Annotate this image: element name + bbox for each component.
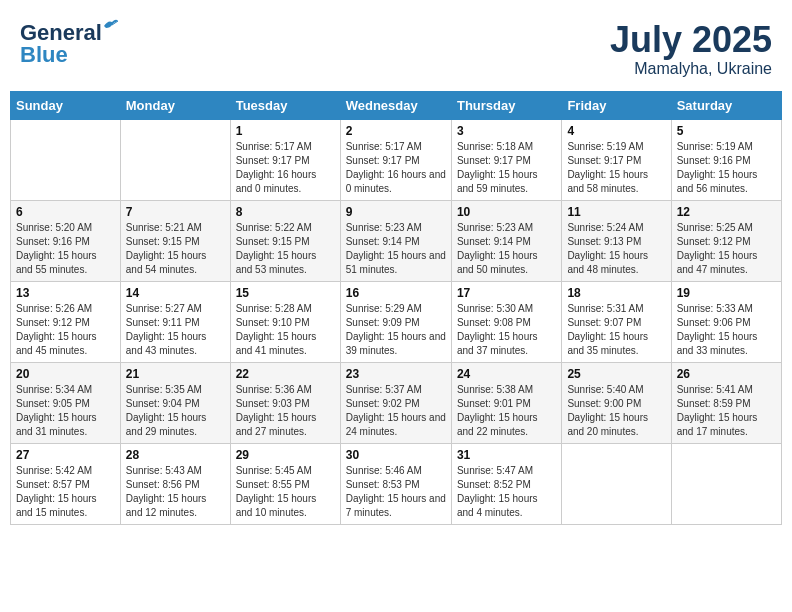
calendar-cell: 27Sunrise: 5:42 AM Sunset: 8:57 PM Dayli… [11, 443, 121, 524]
day-info: Sunrise: 5:38 AM Sunset: 9:01 PM Dayligh… [457, 383, 556, 439]
day-number: 7 [126, 205, 225, 219]
calendar-cell: 23Sunrise: 5:37 AM Sunset: 9:02 PM Dayli… [340, 362, 451, 443]
day-number: 31 [457, 448, 556, 462]
day-number: 17 [457, 286, 556, 300]
day-number: 3 [457, 124, 556, 138]
day-number: 18 [567, 286, 665, 300]
calendar-cell: 30Sunrise: 5:46 AM Sunset: 8:53 PM Dayli… [340, 443, 451, 524]
col-header-monday: Monday [120, 91, 230, 119]
day-info: Sunrise: 5:40 AM Sunset: 9:00 PM Dayligh… [567, 383, 665, 439]
day-number: 2 [346, 124, 446, 138]
col-header-tuesday: Tuesday [230, 91, 340, 119]
calendar-cell: 15Sunrise: 5:28 AM Sunset: 9:10 PM Dayli… [230, 281, 340, 362]
calendar-week-row: 6Sunrise: 5:20 AM Sunset: 9:16 PM Daylig… [11, 200, 782, 281]
calendar-cell: 21Sunrise: 5:35 AM Sunset: 9:04 PM Dayli… [120, 362, 230, 443]
calendar-cell [11, 119, 121, 200]
calendar-week-row: 27Sunrise: 5:42 AM Sunset: 8:57 PM Dayli… [11, 443, 782, 524]
day-number: 23 [346, 367, 446, 381]
day-info: Sunrise: 5:43 AM Sunset: 8:56 PM Dayligh… [126, 464, 225, 520]
day-info: Sunrise: 5:35 AM Sunset: 9:04 PM Dayligh… [126, 383, 225, 439]
logo-bird-icon [102, 16, 120, 34]
calendar-cell: 17Sunrise: 5:30 AM Sunset: 9:08 PM Dayli… [451, 281, 561, 362]
day-number: 21 [126, 367, 225, 381]
calendar-cell: 7Sunrise: 5:21 AM Sunset: 9:15 PM Daylig… [120, 200, 230, 281]
day-number: 26 [677, 367, 776, 381]
day-info: Sunrise: 5:42 AM Sunset: 8:57 PM Dayligh… [16, 464, 115, 520]
day-info: Sunrise: 5:17 AM Sunset: 9:17 PM Dayligh… [346, 140, 446, 196]
day-info: Sunrise: 5:31 AM Sunset: 9:07 PM Dayligh… [567, 302, 665, 358]
title-block: July 2025 Mamalyha, Ukraine [610, 20, 772, 78]
day-number: 12 [677, 205, 776, 219]
day-number: 29 [236, 448, 335, 462]
day-info: Sunrise: 5:23 AM Sunset: 9:14 PM Dayligh… [457, 221, 556, 277]
col-header-friday: Friday [562, 91, 671, 119]
day-info: Sunrise: 5:21 AM Sunset: 9:15 PM Dayligh… [126, 221, 225, 277]
calendar-header-row: SundayMondayTuesdayWednesdayThursdayFrid… [11, 91, 782, 119]
day-number: 5 [677, 124, 776, 138]
calendar-cell: 5Sunrise: 5:19 AM Sunset: 9:16 PM Daylig… [671, 119, 781, 200]
calendar-cell [120, 119, 230, 200]
day-info: Sunrise: 5:37 AM Sunset: 9:02 PM Dayligh… [346, 383, 446, 439]
day-number: 15 [236, 286, 335, 300]
day-info: Sunrise: 5:27 AM Sunset: 9:11 PM Dayligh… [126, 302, 225, 358]
day-number: 22 [236, 367, 335, 381]
calendar-cell: 11Sunrise: 5:24 AM Sunset: 9:13 PM Dayli… [562, 200, 671, 281]
day-number: 13 [16, 286, 115, 300]
calendar-cell: 24Sunrise: 5:38 AM Sunset: 9:01 PM Dayli… [451, 362, 561, 443]
day-number: 10 [457, 205, 556, 219]
calendar-cell: 29Sunrise: 5:45 AM Sunset: 8:55 PM Dayli… [230, 443, 340, 524]
calendar-cell: 12Sunrise: 5:25 AM Sunset: 9:12 PM Dayli… [671, 200, 781, 281]
day-info: Sunrise: 5:26 AM Sunset: 9:12 PM Dayligh… [16, 302, 115, 358]
day-number: 6 [16, 205, 115, 219]
day-info: Sunrise: 5:19 AM Sunset: 9:17 PM Dayligh… [567, 140, 665, 196]
day-info: Sunrise: 5:33 AM Sunset: 9:06 PM Dayligh… [677, 302, 776, 358]
location-title: Mamalyha, Ukraine [610, 60, 772, 78]
day-number: 28 [126, 448, 225, 462]
calendar-cell: 18Sunrise: 5:31 AM Sunset: 9:07 PM Dayli… [562, 281, 671, 362]
day-info: Sunrise: 5:19 AM Sunset: 9:16 PM Dayligh… [677, 140, 776, 196]
calendar-cell: 10Sunrise: 5:23 AM Sunset: 9:14 PM Dayli… [451, 200, 561, 281]
calendar-cell: 1Sunrise: 5:17 AM Sunset: 9:17 PM Daylig… [230, 119, 340, 200]
calendar-cell [671, 443, 781, 524]
day-info: Sunrise: 5:30 AM Sunset: 9:08 PM Dayligh… [457, 302, 556, 358]
day-number: 19 [677, 286, 776, 300]
day-info: Sunrise: 5:22 AM Sunset: 9:15 PM Dayligh… [236, 221, 335, 277]
day-number: 9 [346, 205, 446, 219]
day-number: 11 [567, 205, 665, 219]
calendar-week-row: 20Sunrise: 5:34 AM Sunset: 9:05 PM Dayli… [11, 362, 782, 443]
day-info: Sunrise: 5:46 AM Sunset: 8:53 PM Dayligh… [346, 464, 446, 520]
calendar-cell: 3Sunrise: 5:18 AM Sunset: 9:17 PM Daylig… [451, 119, 561, 200]
calendar-cell: 13Sunrise: 5:26 AM Sunset: 9:12 PM Dayli… [11, 281, 121, 362]
day-info: Sunrise: 5:36 AM Sunset: 9:03 PM Dayligh… [236, 383, 335, 439]
calendar-cell: 9Sunrise: 5:23 AM Sunset: 9:14 PM Daylig… [340, 200, 451, 281]
day-info: Sunrise: 5:23 AM Sunset: 9:14 PM Dayligh… [346, 221, 446, 277]
calendar-cell: 14Sunrise: 5:27 AM Sunset: 9:11 PM Dayli… [120, 281, 230, 362]
page-header: General Blue July 2025 Mamalyha, Ukraine [10, 10, 782, 83]
day-number: 27 [16, 448, 115, 462]
col-header-wednesday: Wednesday [340, 91, 451, 119]
calendar-week-row: 1Sunrise: 5:17 AM Sunset: 9:17 PM Daylig… [11, 119, 782, 200]
month-title: July 2025 [610, 20, 772, 60]
calendar-cell [562, 443, 671, 524]
col-header-saturday: Saturday [671, 91, 781, 119]
calendar-cell: 16Sunrise: 5:29 AM Sunset: 9:09 PM Dayli… [340, 281, 451, 362]
calendar-cell: 28Sunrise: 5:43 AM Sunset: 8:56 PM Dayli… [120, 443, 230, 524]
calendar-cell: 26Sunrise: 5:41 AM Sunset: 8:59 PM Dayli… [671, 362, 781, 443]
day-info: Sunrise: 5:17 AM Sunset: 9:17 PM Dayligh… [236, 140, 335, 196]
day-number: 24 [457, 367, 556, 381]
day-number: 8 [236, 205, 335, 219]
col-header-thursday: Thursday [451, 91, 561, 119]
calendar-week-row: 13Sunrise: 5:26 AM Sunset: 9:12 PM Dayli… [11, 281, 782, 362]
calendar-cell: 19Sunrise: 5:33 AM Sunset: 9:06 PM Dayli… [671, 281, 781, 362]
calendar-cell: 8Sunrise: 5:22 AM Sunset: 9:15 PM Daylig… [230, 200, 340, 281]
day-info: Sunrise: 5:18 AM Sunset: 9:17 PM Dayligh… [457, 140, 556, 196]
day-info: Sunrise: 5:47 AM Sunset: 8:52 PM Dayligh… [457, 464, 556, 520]
day-number: 30 [346, 448, 446, 462]
calendar-cell: 4Sunrise: 5:19 AM Sunset: 9:17 PM Daylig… [562, 119, 671, 200]
calendar-table: SundayMondayTuesdayWednesdayThursdayFrid… [10, 91, 782, 525]
day-info: Sunrise: 5:29 AM Sunset: 9:09 PM Dayligh… [346, 302, 446, 358]
calendar-cell: 31Sunrise: 5:47 AM Sunset: 8:52 PM Dayli… [451, 443, 561, 524]
day-info: Sunrise: 5:20 AM Sunset: 9:16 PM Dayligh… [16, 221, 115, 277]
day-number: 20 [16, 367, 115, 381]
day-number: 25 [567, 367, 665, 381]
